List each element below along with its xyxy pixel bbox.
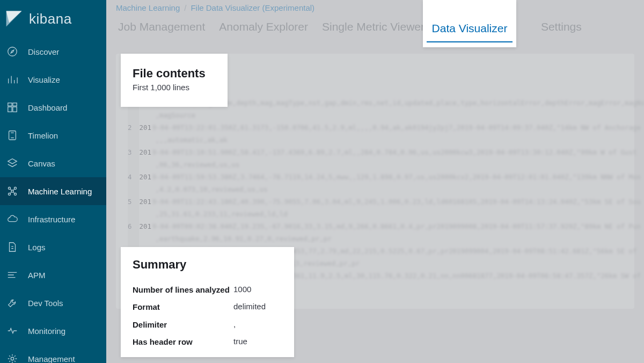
sidebar: kibana Discover Visualize Dashboard Time… (0, 0, 106, 363)
sidebar-item-dev-tools[interactable]: Dev Tools (0, 289, 106, 317)
layers-icon (6, 157, 18, 169)
file-contents-title: File contents (133, 67, 228, 81)
sidebar-item-logs[interactable]: Logs (0, 233, 106, 261)
sidebar-item-discover[interactable]: Discover (0, 38, 106, 66)
cloud-icon (6, 213, 18, 225)
sidebar-item-dashboard[interactable]: Dashboard (0, 93, 106, 121)
summary-row: Delimiter, (133, 316, 282, 333)
grid-icon (6, 101, 18, 113)
sidebar-item-label: Visualize (28, 75, 60, 84)
sidebar-item-label: Management (28, 354, 75, 364)
sidebar-item-machine-learning[interactable]: Machine Learning (0, 177, 106, 205)
file-contents-header: File contents First 1,000 lines (121, 54, 228, 107)
sidebar-item-label: Dev Tools (28, 299, 63, 308)
lines-icon (6, 269, 18, 281)
tabs: Job Management Anomaly Explorer Single M… (106, 15, 644, 41)
summary-value: , (233, 320, 236, 330)
summary-label: Format (133, 302, 233, 313)
code-line-wrap: ,06,36,reviewed,us,us (139, 160, 644, 169)
code-line-wrap: ,,,automatic,ak,ak (139, 135, 644, 144)
breadcrumb: Machine Learning / File Data Visualizer … (106, 0, 644, 15)
sidebar-item-infrastructure[interactable]: Infrastructure (0, 205, 106, 233)
summary-value: 1000 (233, 285, 251, 295)
sidebar-item-apm[interactable]: APM (0, 261, 106, 289)
line-number: 2 (128, 120, 139, 135)
code-line-wrap: ,25,31.61,0.233,11,reviewed,ld,ld (139, 209, 644, 219)
line-number: 3 (128, 144, 139, 160)
sidebar-item-label: Dashboard (28, 103, 67, 112)
code-line: 2019-04-09T13:10:51.900Z,58.417,-137.436… (139, 144, 644, 160)
brand-text: kibana (29, 11, 72, 27)
wrench-icon (6, 297, 18, 309)
nav-list: Discover Visualize Dashboard Timelion Ca… (0, 38, 106, 363)
tab-settings[interactable]: Settings (539, 16, 584, 41)
sidebar-item-visualize[interactable]: Visualize (0, 66, 106, 93)
summary-row: Number of lines analyzed1000 (133, 281, 282, 299)
heart-icon (6, 325, 18, 337)
sidebar-item-label: Timelion (28, 131, 58, 140)
summary-title: Summary (133, 258, 282, 272)
svg-point-11 (11, 357, 14, 360)
sidebar-item-label: APM (28, 271, 46, 280)
code-line: 2019-04-09T13:22:01.350Z,61.3173,-150.07… (139, 120, 644, 135)
code-line-wrap: ,4.2,0.073,10,reviewed,us,us (139, 185, 644, 194)
line-number: 5 (128, 194, 139, 209)
code-line: 2019-04-09T11:22:43.180Z,40.390,-75.9055… (139, 194, 644, 209)
summary-rows: Number of lines analyzed1000Formatdelimi… (133, 281, 282, 351)
code-line: 2019-04-09T11:59:53.380Z,3.7464,-78.7119… (139, 169, 644, 185)
bar-chart-icon (6, 74, 18, 85)
sidebar-item-monitoring[interactable]: Monitoring (0, 317, 106, 345)
sidebar-item-label: Canvas (28, 159, 55, 168)
sidebar-item-timelion[interactable]: Timelion (0, 121, 106, 149)
kibana-logo-icon (4, 9, 24, 28)
svg-rect-1 (8, 103, 12, 106)
breadcrumb-link-ml[interactable]: Machine Learning (116, 3, 180, 12)
tab-job-management[interactable]: Job Management (116, 16, 207, 41)
code-line-wrap: ,magSource (139, 111, 644, 120)
summary-label: Delimiter (133, 320, 233, 330)
compass-icon (6, 46, 18, 57)
gear-icon (6, 353, 18, 363)
summary-row: Has header rowtrue (133, 333, 282, 351)
svg-rect-4 (13, 107, 17, 112)
hourglass-icon (6, 129, 18, 141)
file-icon (6, 241, 18, 253)
breadcrumb-link-visualizer[interactable]: File Data Visualizer (Experimental) (191, 3, 314, 12)
nodes-icon (6, 185, 18, 197)
svg-rect-3 (8, 107, 12, 112)
tab-data-visualizer-label: Data Visualizer (427, 18, 513, 42)
code-line: 2019-04-09T09:02:38.040Z,19.235,-67.9016… (139, 219, 644, 234)
sidebar-item-label: Logs (28, 243, 46, 252)
summary-row: Formatdelimited (133, 299, 282, 316)
sidebar-item-management[interactable]: Management (0, 345, 106, 363)
logo[interactable]: kibana (0, 0, 106, 38)
summary-value: true (233, 337, 247, 347)
code-line-wrap: ,earthquake,2.96,10.91,0.27,0,reviewed,p… (139, 234, 644, 243)
breadcrumb-separator: / (184, 3, 186, 12)
svg-rect-2 (13, 103, 17, 106)
summary-panel: Summary Number of lines analyzed1000Form… (121, 247, 294, 357)
summary-label: Has header row (133, 337, 233, 347)
tab-data-visualizer-highlight[interactable]: Data Visualizer (423, 0, 516, 47)
sidebar-item-label: Discover (28, 47, 59, 56)
file-contents-subtitle: First 1,000 lines (133, 83, 228, 92)
summary-label: Number of lines analyzed (133, 285, 233, 295)
line-number: 6 (128, 219, 139, 234)
sidebar-item-label: Infrastructure (28, 215, 75, 224)
summary-value: delimited (233, 302, 266, 313)
sidebar-item-label: Monitoring (28, 326, 65, 336)
svg-point-0 (8, 47, 17, 56)
tab-single-metric-viewer[interactable]: Single Metric Viewer (320, 16, 427, 41)
line-number: 4 (128, 169, 139, 185)
svg-rect-5 (9, 131, 16, 140)
sidebar-item-label: Machine Learning (28, 187, 92, 196)
sidebar-item-canvas[interactable]: Canvas (0, 149, 106, 177)
tab-anomaly-explorer[interactable]: Anomaly Explorer (217, 16, 310, 41)
